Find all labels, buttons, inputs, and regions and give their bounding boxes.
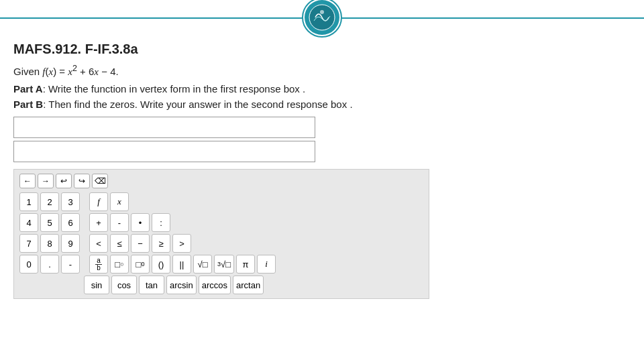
backspace-button[interactable]: ⌫ bbox=[92, 174, 108, 188]
logo bbox=[302, 0, 342, 38]
key-dash[interactable]: − bbox=[131, 234, 150, 253]
logo-inner bbox=[305, 0, 339, 35]
response-box-2[interactable] bbox=[13, 141, 315, 162]
key-f[interactable]: f bbox=[89, 192, 108, 211]
key-leq[interactable]: ≤ bbox=[110, 234, 129, 253]
response-box-1[interactable] bbox=[13, 117, 315, 138]
key-i[interactable]: i bbox=[257, 255, 276, 274]
given-label: Given f(x) = x2 + 6x − 4. bbox=[13, 66, 119, 77]
key-cos[interactable]: cos bbox=[111, 276, 137, 294]
key-0[interactable]: 0 bbox=[19, 255, 38, 274]
key-colon[interactable]: : bbox=[152, 213, 170, 232]
key-cbrt[interactable]: 3√□ bbox=[214, 255, 234, 274]
key-lt[interactable]: < bbox=[89, 234, 108, 253]
key-fraction[interactable]: ab bbox=[89, 255, 108, 274]
key-subscript[interactable]: □0 bbox=[131, 255, 150, 274]
key-minus[interactable]: - bbox=[110, 213, 129, 232]
main-content: MAFS.912. F-IF.3.8a Given f(x) = x2 + 6x… bbox=[0, 35, 644, 304]
key-neg[interactable]: - bbox=[61, 255, 80, 274]
key-tan[interactable]: tan bbox=[139, 276, 164, 294]
undo-back-button[interactable]: ↩ bbox=[56, 174, 72, 188]
key-power[interactable]: □○ bbox=[110, 255, 129, 274]
key-dot[interactable]: • bbox=[131, 213, 150, 232]
key-geq[interactable]: ≥ bbox=[152, 234, 170, 253]
part-b-content: : Then find the zeros. Write your answer… bbox=[43, 99, 352, 110]
undo-button[interactable]: ← bbox=[19, 174, 36, 188]
key-9[interactable]: 9 bbox=[61, 234, 80, 253]
key-period[interactable]: . bbox=[40, 255, 59, 274]
key-arcsin[interactable]: arcsin bbox=[166, 276, 197, 294]
header bbox=[0, 0, 644, 35]
standard-title: MAFS.912. F-IF.3.8a bbox=[13, 42, 631, 57]
key-2[interactable]: 2 bbox=[40, 192, 59, 211]
part-a-text: Part A: Write the function in vertex for… bbox=[13, 83, 631, 95]
part-b-label: Part B bbox=[13, 99, 43, 110]
key-3[interactable]: 3 bbox=[61, 192, 80, 211]
key-arccos[interactable]: arccos bbox=[199, 276, 231, 294]
key-1[interactable]: 1 bbox=[19, 192, 38, 211]
key-abs[interactable]: || bbox=[172, 255, 191, 274]
key-4[interactable]: 4 bbox=[19, 213, 38, 232]
key-sqrt[interactable]: √□ bbox=[193, 255, 212, 274]
key-plus[interactable]: + bbox=[89, 213, 108, 232]
part-a-label: Part A bbox=[13, 83, 43, 95]
keyboard-row-4: 0 . - ab □○ □0 () || √□ 3√□ π i bbox=[19, 255, 423, 274]
given-text: Given f(x) = x2 + 6x − 4. bbox=[13, 64, 631, 78]
keyboard-row-1: 1 2 3 f x bbox=[19, 192, 423, 211]
key-arctan[interactable]: arctan bbox=[233, 276, 264, 294]
part-a-content: : Write the function in vertex form in t… bbox=[43, 83, 306, 95]
keyboard-row-trig: sin cos tan arcsin arccos arctan bbox=[19, 276, 423, 294]
response-boxes bbox=[13, 117, 631, 162]
key-5[interactable]: 5 bbox=[40, 213, 59, 232]
keyboard-toolbar: ← → ↩ ↪ ⌫ bbox=[19, 174, 423, 188]
math-keyboard: ← → ↩ ↪ ⌫ 1 2 3 f x 4 5 6 + - bbox=[13, 169, 429, 299]
header-line-right bbox=[356, 17, 644, 19]
key-sin[interactable]: sin bbox=[84, 276, 109, 294]
redo-forward-button[interactable]: → bbox=[38, 174, 54, 188]
keyboard-rows: 1 2 3 f x 4 5 6 + - • : 7 8 bbox=[19, 192, 423, 294]
redo-button[interactable]: ↪ bbox=[74, 174, 90, 188]
svg-point-1 bbox=[320, 10, 324, 14]
key-8[interactable]: 8 bbox=[40, 234, 59, 253]
key-pi[interactable]: π bbox=[236, 255, 255, 274]
key-x[interactable]: x bbox=[110, 192, 129, 211]
key-7[interactable]: 7 bbox=[19, 234, 38, 253]
key-parens[interactable]: () bbox=[152, 255, 170, 274]
key-6[interactable]: 6 bbox=[61, 213, 80, 232]
keyboard-row-2: 4 5 6 + - • : bbox=[19, 213, 423, 232]
part-b-text: Part B: Then find the zeros. Write your … bbox=[13, 99, 631, 110]
keyboard-row-3: 7 8 9 < ≤ − ≥ > bbox=[19, 234, 423, 253]
key-gt[interactable]: > bbox=[172, 234, 191, 253]
